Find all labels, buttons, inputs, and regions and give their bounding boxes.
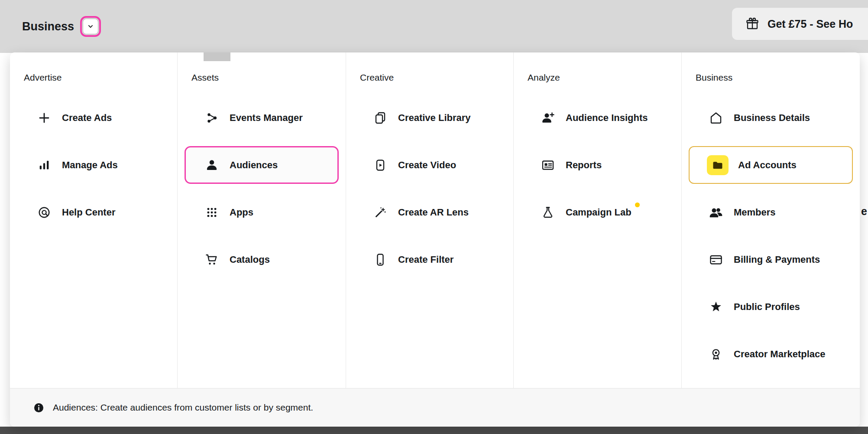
wand-icon <box>372 206 389 219</box>
menu-item-label: Business Details <box>734 112 810 124</box>
menu-item-label: Create AR Lens <box>398 207 469 218</box>
menu-item-label: Billing & Payments <box>734 254 820 265</box>
menu-list: Business Details Ad Accounts Members <box>682 94 860 378</box>
nodes-icon <box>204 111 220 125</box>
gift-icon <box>744 17 761 31</box>
menu-list: Audience Insights Reports Campaign Lab <box>514 94 681 236</box>
video-icon <box>372 158 389 172</box>
menu-columns: Advertise Create Ads Manage Ads <box>10 52 860 388</box>
column-title: Business <box>682 72 860 85</box>
card-icon <box>708 253 724 267</box>
grid-icon <box>204 206 220 219</box>
home-icon <box>708 111 724 125</box>
column-title: Assets <box>178 72 346 85</box>
bar-chart-icon <box>36 159 52 172</box>
menu-item-ad-accounts-highlighted[interactable]: Ad Accounts <box>689 146 853 184</box>
business-menu-chevron-button[interactable] <box>83 19 98 34</box>
page-fragment-letter: e <box>861 205 867 218</box>
business-menu-trigger[interactable]: Business <box>22 0 98 53</box>
menu-item-manage-ads[interactable]: Manage Ads <box>10 141 177 189</box>
business-mega-menu: Advertise Create Ads Manage Ads <box>10 52 860 427</box>
column-assets: Assets Events Manager Audiences <box>177 52 346 388</box>
menu-item-events-manager[interactable]: Events Manager <box>178 94 346 141</box>
column-analyze: Analyze Audience Insights Reports <box>513 52 681 388</box>
menu-footer-description: Audiences: Create audiences from custome… <box>53 402 313 413</box>
column-advertise: Advertise Create Ads Manage Ads <box>10 52 177 388</box>
menu-item-label: Apps <box>230 207 253 218</box>
star-icon <box>708 300 724 314</box>
copy-icon <box>372 111 389 125</box>
page-fragment-bar <box>204 52 230 61</box>
menu-item-label: Members <box>734 207 776 218</box>
column-business: Business Business Details Ad Accounts <box>681 52 860 388</box>
menu-item-create-filter[interactable]: Create Filter <box>346 236 513 283</box>
new-indicator-dot <box>635 202 640 207</box>
menu-item-public-profiles[interactable]: Public Profiles <box>682 283 860 330</box>
chevron-down-icon <box>82 22 99 31</box>
menu-item-audience-insights[interactable]: Audience Insights <box>514 94 681 141</box>
menu-item-creator-marketplace[interactable]: Creator Marketplace <box>682 330 860 378</box>
plus-icon <box>36 111 52 125</box>
menu-list: Create Ads Manage Ads Help Center <box>10 94 177 236</box>
flask-icon <box>540 206 556 219</box>
menu-item-business-details[interactable]: Business Details <box>682 94 860 141</box>
menu-item-label: Catalogs <box>230 254 270 265</box>
menu-item-label: Ad Accounts <box>738 160 797 171</box>
menu-item-help-center[interactable]: Help Center <box>10 189 177 236</box>
top-bar: Business Get £75 - See Ho <box>0 0 868 53</box>
menu-item-label: Reports <box>566 160 602 171</box>
menu-item-label: Create Video <box>398 160 456 171</box>
promo-button[interactable]: Get £75 - See Ho <box>732 8 868 40</box>
promo-label: Get £75 - See Ho <box>768 18 853 30</box>
menu-item-label: Creator Marketplace <box>734 349 826 360</box>
people-icon <box>708 206 724 219</box>
menu-item-label: Help Center <box>62 207 115 218</box>
report-icon <box>540 158 556 172</box>
menu-item-label: Creative Library <box>398 112 471 124</box>
menu-item-create-ar-lens[interactable]: Create AR Lens <box>346 189 513 236</box>
column-title: Advertise <box>10 72 177 85</box>
person-icon <box>204 158 220 172</box>
menu-item-billing-payments[interactable]: Billing & Payments <box>682 236 860 283</box>
menu-item-audiences-selected[interactable]: Audiences <box>185 146 339 184</box>
help-icon <box>36 206 52 219</box>
menu-item-label: Audience Insights <box>566 112 648 124</box>
menu-item-label: Manage Ads <box>62 160 118 171</box>
menu-list: Events Manager Audiences Apps <box>178 94 346 283</box>
cart-icon <box>204 253 220 267</box>
menu-item-label: Campaign Lab <box>566 207 632 218</box>
phone-icon <box>372 253 389 267</box>
menu-item-campaign-lab[interactable]: Campaign Lab <box>514 189 681 236</box>
column-creative: Creative Creative Library Create Video <box>346 52 513 388</box>
menu-item-label: Create Filter <box>398 254 453 265</box>
person-plus-icon <box>540 111 556 125</box>
folder-icon-badge <box>707 155 729 175</box>
info-icon <box>30 402 47 414</box>
menu-item-create-video[interactable]: Create Video <box>346 141 513 189</box>
award-icon <box>708 347 724 361</box>
menu-item-apps[interactable]: Apps <box>178 189 346 236</box>
menu-item-reports[interactable]: Reports <box>514 141 681 189</box>
business-menu-label: Business <box>22 20 74 33</box>
menu-footer: Audiences: Create audiences from custome… <box>10 388 860 427</box>
menu-item-members[interactable]: Members <box>682 189 860 236</box>
menu-item-creative-library[interactable]: Creative Library <box>346 94 513 141</box>
menu-list: Creative Library Create Video Create AR … <box>346 94 513 283</box>
menu-item-create-ads[interactable]: Create Ads <box>10 94 177 141</box>
column-title: Analyze <box>514 72 681 85</box>
menu-item-label: Audiences <box>230 160 278 171</box>
screen: Business Get £75 - See Ho <box>0 0 868 434</box>
menu-item-label: Public Profiles <box>734 301 800 313</box>
menu-item-label: Create Ads <box>62 112 112 124</box>
menu-item-catalogs[interactable]: Catalogs <box>178 236 346 283</box>
column-title: Creative <box>346 72 513 85</box>
menu-item-label: Events Manager <box>230 112 303 124</box>
page-bottom-strip <box>0 427 868 434</box>
